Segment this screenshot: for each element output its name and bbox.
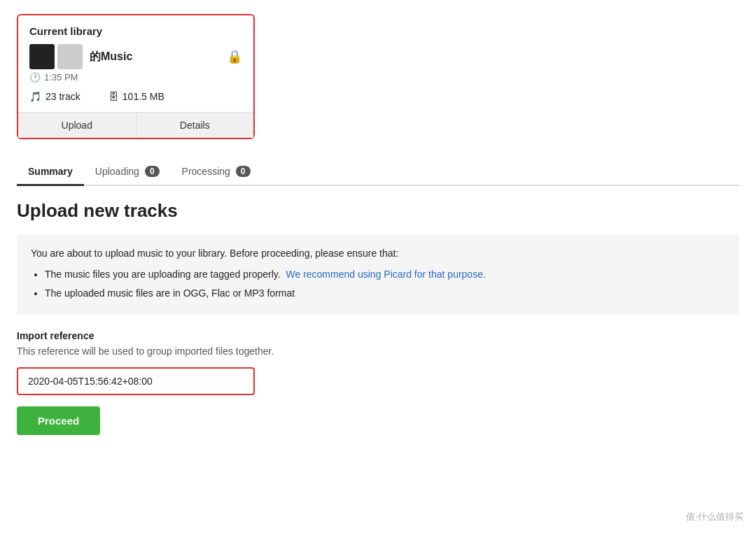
thumbnail-gray	[57, 44, 83, 69]
details-button[interactable]: Details	[136, 113, 254, 138]
tab-summary-label: Summary	[28, 166, 73, 177]
library-header: 的Music 🔒	[29, 44, 242, 69]
main-content: Upload new tracks You are about to uploa…	[17, 200, 739, 435]
bullet-2: The uploaded music files are in OGG, Fla…	[45, 285, 725, 301]
track-count: 🎵 23 track	[29, 91, 80, 102]
tab-processing[interactable]: Processing 0	[171, 159, 262, 186]
library-thumbnails	[29, 44, 83, 69]
tab-processing-label: Processing	[182, 166, 230, 177]
library-name: 的Music	[90, 50, 132, 64]
library-stats: 🎵 23 track 🗄 101.5 MB	[29, 91, 242, 102]
proceed-button[interactable]: Proceed	[17, 406, 100, 435]
database-icon: 🗄	[108, 91, 118, 102]
thumbnail-black	[29, 44, 55, 69]
library-card: Current library 的Music 🔒 🕐 1:35 PM 🎵 23 …	[17, 14, 255, 139]
bullet-1: The music files you are uploading are ta…	[45, 266, 725, 282]
import-reference-input[interactable]	[17, 367, 255, 395]
upload-button[interactable]: Upload	[18, 113, 136, 138]
clock-icon: 🕐	[29, 72, 41, 83]
processing-badge: 0	[236, 166, 251, 177]
picard-link[interactable]: We recommend using Picard for that purpo…	[286, 269, 486, 280]
music-icon: 🎵	[29, 91, 41, 102]
library-time: 🕐 1:35 PM	[29, 72, 242, 83]
time-value: 1:35 PM	[44, 72, 78, 83]
import-label: Import reference	[17, 330, 739, 341]
lock-icon: 🔒	[227, 49, 242, 64]
page-title: Upload new tracks	[17, 200, 739, 222]
bullet1-text: The music files you are uploading are ta…	[45, 269, 281, 280]
tabs-bar: Summary Uploading 0 Processing 0	[17, 159, 739, 186]
uploading-badge: 0	[145, 166, 160, 177]
info-list: The music files you are uploading are ta…	[31, 266, 725, 301]
tab-summary[interactable]: Summary	[17, 159, 84, 186]
file-size: 🗄 101.5 MB	[108, 91, 164, 102]
import-desc: This reference will be used to group imp…	[17, 344, 739, 359]
tab-uploading-label: Uploading	[95, 166, 139, 177]
info-intro: You are about to upload music to your li…	[31, 246, 725, 261]
library-actions: Upload Details	[18, 112, 253, 138]
track-value: 23 track	[46, 91, 80, 102]
size-value: 101.5 MB	[122, 91, 164, 102]
tab-uploading[interactable]: Uploading 0	[84, 159, 171, 186]
library-card-title: Current library	[29, 25, 242, 37]
info-box: You are about to upload music to your li…	[17, 234, 739, 315]
